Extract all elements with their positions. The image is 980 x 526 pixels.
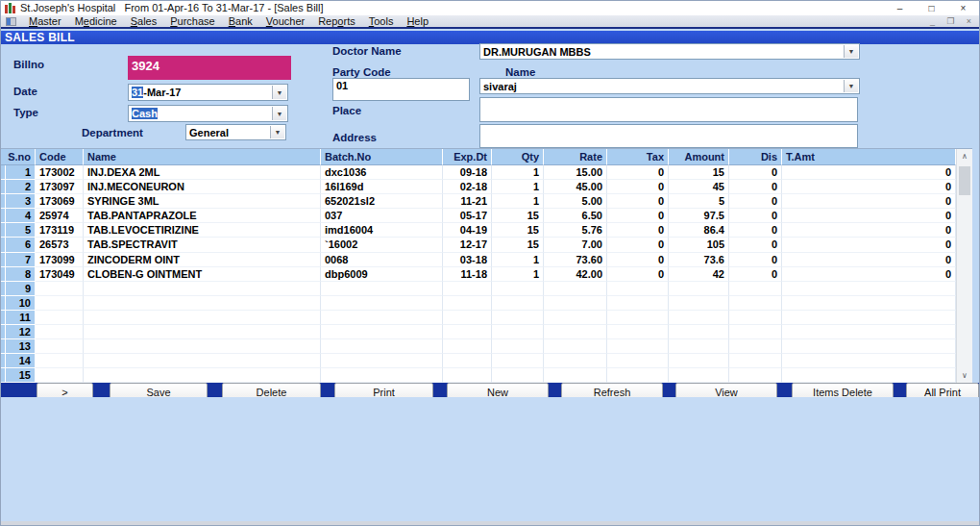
cell-qty[interactable] xyxy=(492,311,544,325)
cell-code[interactable]: 26573 xyxy=(36,238,84,252)
cell-tax[interactable]: 0 xyxy=(607,180,669,194)
cell-code[interactable] xyxy=(36,325,84,339)
cell-batch[interactable]: imd16004 xyxy=(321,223,443,238)
cell-dis[interactable]: 0 xyxy=(729,165,782,180)
cell-code[interactable]: 173097 xyxy=(36,180,84,194)
cell-code[interactable] xyxy=(36,354,84,368)
cell-rate[interactable] xyxy=(544,325,607,339)
cell-amount[interactable] xyxy=(669,282,729,296)
cell-exp[interactable] xyxy=(443,368,492,383)
cell-sno[interactable]: 5 xyxy=(1,223,36,238)
cell-sno[interactable]: 13 xyxy=(1,339,36,354)
cell-name[interactable] xyxy=(84,368,321,383)
cell-exp[interactable]: 11-21 xyxy=(443,194,492,209)
cell-tamt[interactable]: 0 xyxy=(782,194,956,209)
date-combo[interactable]: 31-Mar-17 ▼ xyxy=(128,84,288,101)
chevron-down-icon[interactable]: ▼ xyxy=(844,80,858,92)
cell-qty[interactable]: 15 xyxy=(492,238,544,252)
cell-rate[interactable]: 73.60 xyxy=(544,253,607,267)
cell-amount[interactable]: 45 xyxy=(669,180,729,194)
cell-exp[interactable]: 09-18 xyxy=(443,165,492,180)
cell-dis[interactable] xyxy=(729,368,782,383)
cell-amount[interactable]: 97.5 xyxy=(669,209,729,223)
cell-name[interactable]: INJ.MECONEURON xyxy=(84,180,321,194)
party-name-combo[interactable]: sivaraj ▼ xyxy=(479,78,860,94)
cell-batch[interactable]: 0068 xyxy=(321,253,443,267)
cell-tamt[interactable]: 0 xyxy=(782,209,956,223)
cell-tamt[interactable] xyxy=(782,325,956,339)
cell-tax[interactable]: 0 xyxy=(607,267,669,282)
cell-tamt[interactable] xyxy=(782,282,956,296)
cell-tax[interactable]: 0 xyxy=(607,253,669,267)
cell-code[interactable] xyxy=(36,339,84,354)
place-input[interactable] xyxy=(479,97,858,122)
cell-name[interactable] xyxy=(84,311,321,325)
menu-medicine[interactable]: Medicine xyxy=(68,15,124,27)
scroll-up-icon[interactable]: ∧ xyxy=(957,149,972,164)
cell-qty[interactable]: 1 xyxy=(492,180,544,194)
cell-batch[interactable] xyxy=(321,325,443,339)
cell-tax[interactable]: 0 xyxy=(607,238,669,252)
cell-name[interactable] xyxy=(84,296,321,311)
cell-dis[interactable]: 0 xyxy=(729,267,782,282)
cell-tax[interactable]: 0 xyxy=(607,209,669,223)
grid-col-exp[interactable]: Exp.Dt xyxy=(443,149,492,165)
cell-batch[interactable] xyxy=(321,339,443,354)
department-combo[interactable]: General ▼ xyxy=(185,124,286,140)
cell-qty[interactable]: 15 xyxy=(492,223,544,238)
cell-exp[interactable]: 05-17 xyxy=(443,209,492,223)
cell-sno[interactable]: 6 xyxy=(1,238,36,252)
cell-qty[interactable] xyxy=(492,296,544,311)
table-row-8[interactable]: 8173049CLOBEN-G OINTMENTdbp600911-18142.… xyxy=(1,267,956,282)
cell-tax[interactable]: 0 xyxy=(607,194,669,209)
grid-col-amount[interactable]: Amount xyxy=(669,149,729,165)
menu-help[interactable]: Help xyxy=(400,15,435,27)
cell-rate[interactable]: 42.00 xyxy=(544,267,607,282)
cell-tamt[interactable] xyxy=(782,354,956,368)
cell-name[interactable]: TAB.LEVOCETIRIZINE xyxy=(84,223,321,238)
grid-col-batch[interactable]: Batch.No xyxy=(321,149,443,165)
grid-col-rate[interactable]: Rate xyxy=(544,149,607,165)
cell-code[interactable]: 25974 xyxy=(36,209,84,223)
cell-tax[interactable] xyxy=(607,368,669,383)
cell-dis[interactable] xyxy=(729,296,782,311)
cell-sno[interactable]: 15 xyxy=(1,368,36,383)
cell-rate[interactable]: 15.00 xyxy=(544,165,607,180)
cell-batch[interactable]: dbp6009 xyxy=(321,267,443,282)
cell-code[interactable]: 173002 xyxy=(36,165,84,180)
table-row-1[interactable]: 1173002INJ.DEXA 2MLdxc103609-18115.00015… xyxy=(1,165,956,180)
cell-tax[interactable]: 0 xyxy=(607,165,669,180)
cell-batch[interactable] xyxy=(321,311,443,325)
cell-qty[interactable]: 1 xyxy=(492,267,544,282)
cell-tax[interactable] xyxy=(607,354,669,368)
cell-sno[interactable]: 4 xyxy=(1,209,36,223)
cell-dis[interactable]: 0 xyxy=(729,223,782,238)
cell-amount[interactable]: 73.6 xyxy=(669,253,729,267)
minimize-icon[interactable]: – xyxy=(884,1,916,15)
cell-code[interactable]: 173049 xyxy=(36,267,84,282)
cell-batch[interactable] xyxy=(321,368,443,383)
cell-rate[interactable]: 5.00 xyxy=(544,194,607,209)
cell-qty[interactable]: 1 xyxy=(492,253,544,267)
maximize-icon[interactable]: □ xyxy=(916,1,947,15)
table-row-3[interactable]: 3173069SYRINGE 3ML652021sl211-2115.00050… xyxy=(1,194,956,209)
table-row-14[interactable]: 14 xyxy=(1,354,956,368)
cell-batch[interactable]: 652021sl2 xyxy=(321,194,443,209)
cell-tax[interactable] xyxy=(607,311,669,325)
cell-batch[interactable]: dxc1036 xyxy=(321,165,443,180)
mdi-restore-icon[interactable]: ❐ xyxy=(944,16,957,27)
party-code-input[interactable]: 01 xyxy=(332,78,470,101)
cell-amount[interactable] xyxy=(669,296,729,311)
cell-name[interactable] xyxy=(84,282,321,296)
cell-exp[interactable]: 12-17 xyxy=(443,238,492,252)
cell-qty[interactable]: 1 xyxy=(492,165,544,180)
cell-amount[interactable] xyxy=(669,368,729,383)
cell-sno[interactable]: 8 xyxy=(1,267,36,282)
grid-col-tamt[interactable]: T.Amt xyxy=(782,149,956,165)
type-combo[interactable]: Cash ▼ xyxy=(128,105,288,122)
cell-exp[interactable]: 03-18 xyxy=(443,253,492,267)
cell-tamt[interactable] xyxy=(782,339,956,354)
menu-purchase[interactable]: Purchase xyxy=(163,15,221,27)
cell-code[interactable]: 173069 xyxy=(36,194,84,209)
cell-qty[interactable]: 1 xyxy=(492,194,544,209)
